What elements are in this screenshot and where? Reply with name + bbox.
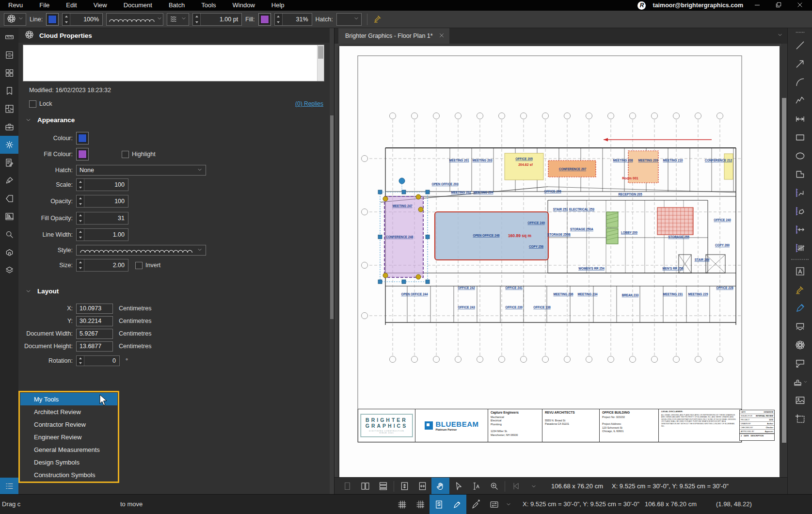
tool-cloud-icon[interactable] bbox=[788, 336, 812, 354]
line-opacity-value[interactable]: 100% bbox=[70, 14, 102, 25]
vertical-scrollbar[interactable] bbox=[781, 44, 787, 478]
floor-plan-page[interactable]: OPEN OFFICE 203MEETING 201MEETING 203MEE… bbox=[339, 46, 780, 478]
line-color-swatch[interactable] bbox=[46, 13, 59, 26]
fill-opacity-value[interactable]: 31% bbox=[283, 14, 312, 25]
sidebar-profiles-library-icon[interactable] bbox=[0, 208, 18, 225]
toolbar-drag-handle-icon[interactable] bbox=[795, 28, 805, 36]
nav-fit-width-button[interactable] bbox=[414, 478, 431, 495]
menu-help[interactable]: Help bbox=[263, 0, 293, 11]
style-select[interactable] bbox=[76, 245, 206, 256]
sidebar-file-access-icon[interactable] bbox=[0, 46, 18, 64]
line-opacity-stepper[interactable]: 100% bbox=[62, 13, 103, 26]
nav-chevron-down-icon[interactable] bbox=[525, 478, 542, 495]
status-snap-button[interactable] bbox=[411, 495, 430, 514]
minimize-button[interactable] bbox=[750, 1, 764, 10]
restore-button[interactable] bbox=[771, 1, 786, 10]
status-grid-button[interactable] bbox=[393, 495, 411, 514]
sidebar-layers-icon[interactable] bbox=[0, 261, 18, 279]
sidebar-measure-ruler-icon[interactable] bbox=[0, 28, 18, 46]
sidebar-flags-icon[interactable] bbox=[0, 190, 18, 208]
y-field[interactable]: 30.2214 bbox=[76, 316, 113, 326]
nav-select-button[interactable] bbox=[449, 478, 467, 495]
lock-checkbox[interactable]: Lock bbox=[29, 97, 52, 111]
tool-snapshot-icon[interactable] bbox=[788, 409, 812, 428]
tabbar-chevron-icon[interactable] bbox=[777, 31, 783, 40]
nav-pan-button[interactable] bbox=[431, 478, 449, 495]
menu-document[interactable]: Document bbox=[115, 0, 160, 11]
fill-colour-swatch[interactable] bbox=[76, 148, 89, 161]
shape-dropdown[interactable] bbox=[4, 13, 26, 26]
tool-highlighter-icon[interactable] bbox=[788, 280, 812, 299]
menu-edit[interactable]: Edit bbox=[58, 0, 85, 11]
replies-link[interactable]: (0) Replies bbox=[295, 97, 323, 111]
status-pen-arrow-button[interactable] bbox=[466, 495, 485, 514]
sidebar-properties-gear-icon[interactable] bbox=[0, 136, 18, 154]
document-height-field[interactable]: 13.6877 bbox=[76, 341, 113, 352]
menu-tools[interactable]: Tools bbox=[193, 0, 224, 11]
tool-image-icon[interactable] bbox=[788, 391, 812, 409]
size-stepper[interactable]: 2.00 bbox=[76, 259, 128, 272]
nav-fit-page-button[interactable] bbox=[396, 478, 414, 495]
line-style-dropdown[interactable] bbox=[106, 13, 163, 26]
tool-measure-length-icon[interactable] bbox=[788, 220, 812, 239]
hatch-pattern-dropdown[interactable] bbox=[167, 13, 189, 26]
comment-input[interactable] bbox=[23, 45, 324, 81]
status-markup-sync-button[interactable] bbox=[448, 495, 466, 514]
tab-close-icon[interactable] bbox=[439, 32, 445, 40]
document-canvas[interactable]: OPEN OFFICE 203MEETING 201MEETING 203MEE… bbox=[334, 44, 788, 478]
nav-select-text-button[interactable] bbox=[467, 478, 485, 495]
tool-menu-item[interactable]: Contractor Review bbox=[20, 418, 117, 431]
opacity-stepper[interactable]: 100 bbox=[76, 195, 128, 208]
tool-measure-perimeter-icon[interactable] bbox=[788, 183, 812, 202]
menu-revu[interactable]: Revu bbox=[0, 0, 31, 11]
hatch-dropdown[interactable] bbox=[336, 13, 362, 26]
sidebar-3d-model-icon[interactable] bbox=[0, 243, 18, 261]
tool-menu-item[interactable]: Construction Symbols bbox=[20, 468, 117, 481]
nav-two-page-button[interactable] bbox=[356, 478, 374, 495]
scale-stepper[interactable]: 100 bbox=[76, 178, 128, 191]
tool-callout-icon[interactable] bbox=[788, 354, 812, 372]
menu-batch[interactable]: Batch bbox=[160, 0, 193, 11]
highlighter-tool-icon[interactable] bbox=[373, 14, 383, 25]
tool-menu-item[interactable]: Design Symbols bbox=[20, 456, 117, 468]
panel-scrollbar[interactable] bbox=[330, 28, 334, 495]
document-width-field[interactable]: 5.9267 bbox=[76, 329, 113, 339]
sidebar-bookmarks-icon[interactable] bbox=[0, 82, 18, 100]
office-right-highlight[interactable] bbox=[724, 154, 733, 179]
tool-ellipse-icon[interactable] bbox=[788, 146, 812, 165]
tool-arrow-icon[interactable] bbox=[788, 54, 812, 73]
status-doc-sync-button[interactable] bbox=[430, 495, 448, 514]
tool-region-icon[interactable] bbox=[788, 317, 812, 336]
highlight-checkbox[interactable] bbox=[122, 151, 129, 158]
markups-list-toggle[interactable] bbox=[0, 478, 18, 495]
line-width-value[interactable]: 1.00 pt bbox=[201, 14, 241, 25]
layout-section-header[interactable]: Layout bbox=[25, 288, 59, 295]
menu-window[interactable]: Window bbox=[224, 0, 263, 11]
comment-scrollbar[interactable] bbox=[317, 45, 324, 81]
nav-zoom-button[interactable] bbox=[485, 478, 503, 495]
sidebar-toolbox-icon[interactable] bbox=[0, 118, 18, 136]
status-chevron-down-icon[interactable] bbox=[503, 495, 514, 514]
fill-opacity-stepper[interactable]: 31 bbox=[76, 212, 128, 225]
fill-opacity-stepper[interactable]: 31% bbox=[274, 13, 312, 26]
tool-dimension-icon[interactable] bbox=[788, 110, 812, 128]
menu-file[interactable]: File bbox=[31, 0, 58, 11]
tool-menu-item[interactable]: Architect Review bbox=[20, 405, 117, 418]
sidebar-signature-icon[interactable] bbox=[0, 172, 18, 190]
rotation-stepper[interactable]: 0 bbox=[76, 355, 120, 366]
hatch-select[interactable]: None bbox=[76, 165, 206, 176]
tool-menu-item[interactable]: Engineer Review bbox=[20, 431, 117, 443]
tool-count-icon[interactable] bbox=[788, 239, 812, 257]
tool-polyline-icon[interactable] bbox=[788, 91, 812, 110]
red-hatch-room[interactable] bbox=[657, 208, 693, 235]
tool-pen-icon[interactable] bbox=[788, 299, 812, 317]
colour-swatch[interactable] bbox=[76, 132, 89, 145]
sidebar-search-icon[interactable] bbox=[0, 225, 18, 243]
menu-view[interactable]: View bbox=[85, 0, 115, 11]
tool-menu-item[interactable]: General Measurements bbox=[20, 443, 117, 456]
nav-scroll-pages-button[interactable] bbox=[374, 478, 392, 495]
status-swap-button[interactable] bbox=[485, 495, 503, 514]
nav-single-page-button[interactable] bbox=[338, 478, 356, 495]
x-field[interactable]: 10.0973 bbox=[76, 304, 113, 314]
account-email[interactable]: taimoor@brightergraphics.com bbox=[653, 2, 743, 9]
